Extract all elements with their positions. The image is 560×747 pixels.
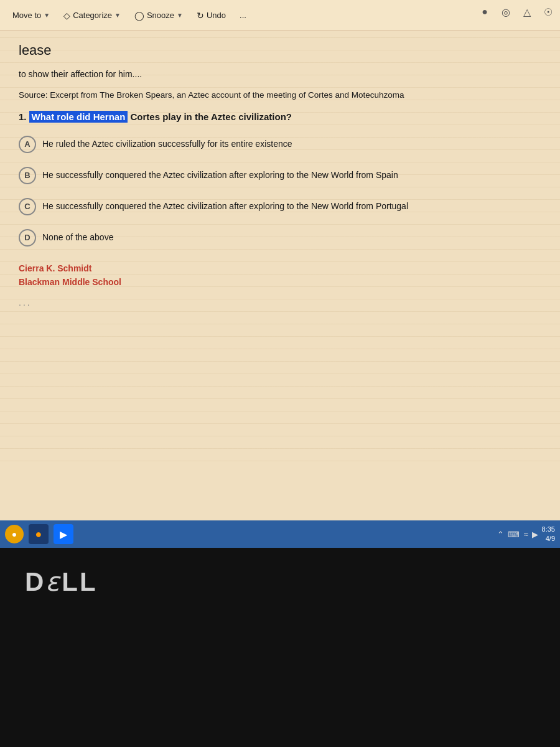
undo-button[interactable]: ↻ Undo (192, 8, 231, 23)
categorize-icon: ◇ (63, 11, 70, 21)
option-c-circle: C (19, 198, 36, 215)
answer-option-d[interactable]: D None of the above (19, 229, 541, 247)
answer-option-a[interactable]: A He ruled the Aztec civilization succes… (19, 136, 541, 153)
snooze-button[interactable]: ◯ Snooze ▼ (129, 8, 188, 23)
clock-date: 4/9 (542, 534, 555, 543)
option-d-text: None of the above (42, 229, 113, 244)
question-row: 1. What role did Hernan Cortes play in t… (19, 110, 541, 125)
dell-logo: DɛLL (25, 566, 98, 597)
email-content-area: lease to show their affection for him...… (0, 31, 560, 473)
snooze-icon: ◯ (134, 11, 144, 21)
option-b-circle: B (19, 167, 36, 184)
start-button[interactable]: ● (5, 525, 24, 543)
signature-school: Blackman Middle School (19, 275, 541, 289)
video-app-icon[interactable]: ▶ (54, 524, 73, 544)
move-to-label: Move to (12, 11, 41, 20)
question-remainder: Cortes play in the Aztec civilization? (128, 111, 292, 122)
volume-icon[interactable]: ▶ (532, 530, 538, 539)
top-right-icons: ● ◎ △ ☉ (478, 5, 555, 19)
chrome-icon[interactable]: ● (29, 524, 49, 544)
system-tray-arrow[interactable]: ⌃ (497, 530, 504, 539)
question-num: 1. (19, 110, 27, 125)
laptop-bezel: DɛLL (0, 548, 560, 747)
categorize-label: Categorize (73, 11, 112, 20)
icon-4[interactable]: ☉ (541, 5, 555, 19)
categorize-button[interactable]: ◇ Categorize ▼ (58, 8, 126, 23)
undo-label: Undo (207, 11, 226, 20)
option-a-circle: A (19, 136, 36, 153)
answer-option-b[interactable]: B He successfully conquered the Aztec ci… (19, 167, 541, 184)
icon-3[interactable]: △ (520, 5, 534, 19)
windows-taskbar: ● ● ▶ ⌃ ⌨ ≈ ▶ 8:35 4/9 (0, 520, 560, 548)
question-text-full: What role did Hernan Cortes play in the … (29, 110, 292, 125)
icon-2[interactable]: ◎ (499, 5, 513, 19)
highlight-text: What role did Hernan (29, 111, 128, 123)
taskbar-right-area: ⌃ ⌨ ≈ ▶ 8:35 4/9 (497, 520, 555, 548)
move-to-button[interactable]: Move to ▼ (7, 8, 55, 22)
clock-time: 8:35 (542, 525, 555, 534)
keyboard-icon[interactable]: ⌨ (508, 530, 520, 539)
answer-option-c[interactable]: C He successfully conquered the Aztec ci… (19, 198, 541, 215)
source-text: Source: Excerpt from The Broken Spears, … (19, 88, 541, 102)
option-d-circle: D (19, 229, 36, 247)
undo-icon: ↻ (197, 11, 204, 21)
snooze-label: Snooze (147, 11, 174, 20)
move-to-chevron: ▼ (44, 12, 50, 19)
icon-1[interactable]: ● (478, 5, 492, 19)
email-body: to show their affection for him.... Sour… (19, 67, 541, 309)
categorize-chevron: ▼ (114, 12, 121, 19)
more-label: ... (240, 11, 246, 20)
intro-text: to show their affection for him.... (19, 67, 541, 81)
signature-block: Cierra K. Schmidt Blackman Middle School (19, 261, 541, 289)
wifi-icon: ≈ (523, 530, 528, 539)
email-partial-header: lease (19, 37, 541, 59)
system-clock: 8:35 4/9 (542, 525, 555, 544)
email-toolbar: Move to ▼ ◇ Categorize ▼ ◯ Snooze ▼ ↻ Un… (0, 0, 560, 31)
snooze-chevron: ▼ (177, 12, 183, 19)
signature-name: Cierra K. Schmidt (19, 261, 541, 275)
option-b-text: He successfully conquered the Aztec civi… (42, 167, 398, 182)
option-a-text: He ruled the Aztec civilization successf… (42, 136, 292, 151)
ellipsis: ... (19, 296, 541, 309)
option-c-text: He successfully conquered the Aztec civi… (42, 198, 408, 213)
more-button[interactable]: ... (235, 8, 251, 22)
